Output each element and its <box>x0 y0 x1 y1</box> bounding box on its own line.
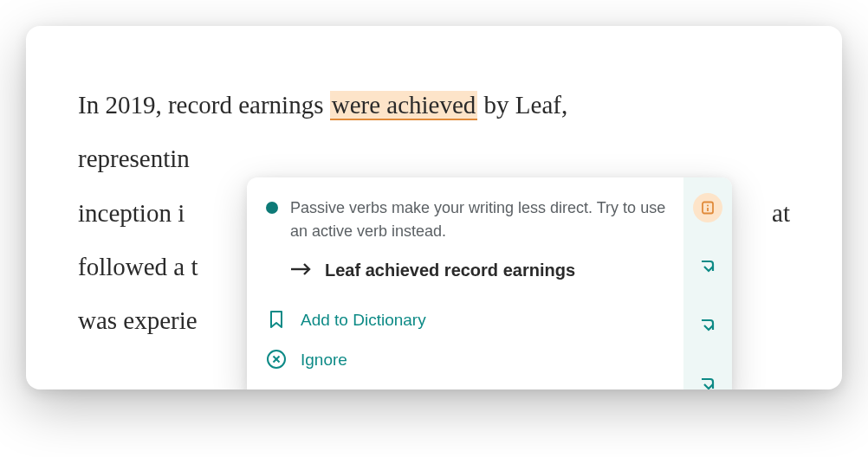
popup-sidebar <box>683 177 732 389</box>
explanation-row: Passive verbs make your writing less dir… <box>266 196 668 243</box>
text-line-4: followed a t <box>78 253 198 280</box>
document-card: In 2019, record earnings were achieved b… <box>26 26 842 389</box>
bookmark-icon <box>266 309 288 331</box>
add-to-dictionary-label: Add to Dictionary <box>301 311 426 330</box>
suggestion-popup: Passive verbs make your writing less dir… <box>247 177 732 389</box>
arrow-right-icon <box>290 259 313 281</box>
info-icon <box>693 193 722 222</box>
close-circle-icon <box>266 349 288 371</box>
info-button[interactable] <box>693 193 722 222</box>
apply-arrow-3[interactable] <box>693 370 722 389</box>
text-line-3: inception i <box>78 199 185 227</box>
svg-point-5 <box>707 205 709 207</box>
text-after-highlight: by Leaf, <box>477 91 567 119</box>
text-fragment-right: at <box>772 186 790 240</box>
highlighted-passive-phrase[interactable]: were achieved <box>330 91 478 120</box>
text-line-2: representin <box>78 145 190 172</box>
corner-down-arrow-icon <box>698 375 717 389</box>
corner-down-arrow-icon <box>698 257 717 276</box>
category-dot-icon <box>266 202 278 214</box>
explanation-text: Passive verbs make your writing less dir… <box>290 196 668 243</box>
add-to-dictionary-button[interactable]: Add to Dictionary <box>266 300 668 340</box>
popup-main: Passive verbs make your writing less dir… <box>247 177 683 389</box>
ignore-label: Ignore <box>301 351 347 370</box>
corner-down-arrow-icon <box>698 316 717 335</box>
suggestion-text: Leaf achieved record earnings <box>325 261 575 280</box>
apply-arrow-1[interactable] <box>693 252 722 281</box>
text-line-5: was experie <box>78 306 198 334</box>
apply-arrow-2[interactable] <box>693 311 722 340</box>
ignore-button[interactable]: Ignore <box>266 340 668 380</box>
suggestion-row[interactable]: Leaf achieved record earnings <box>290 259 668 281</box>
text-before-highlight: In 2019, record earnings <box>78 91 330 119</box>
